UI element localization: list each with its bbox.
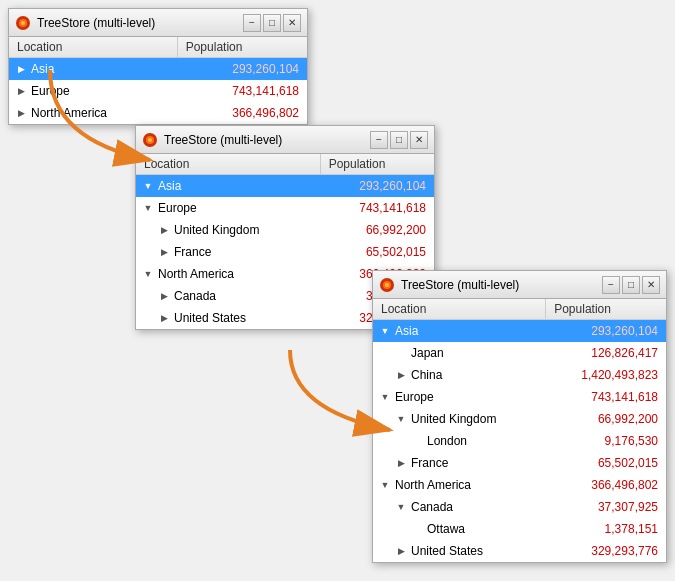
row-label: North America [158, 267, 234, 281]
expander-icon[interactable]: ▶ [13, 105, 29, 121]
row-label: Canada [174, 289, 216, 303]
expander-icon[interactable]: ▶ [156, 222, 172, 238]
expander-icon[interactable]: ▼ [140, 178, 156, 194]
svg-point-8 [385, 283, 389, 287]
app-icon-3 [379, 277, 395, 293]
table-row[interactable]: ▶France65,502,015 [373, 452, 666, 474]
expander-icon[interactable]: ▼ [140, 266, 156, 282]
table-row[interactable]: ▶United States329,293,776 [373, 540, 666, 562]
expander-icon[interactable]: ▶ [393, 543, 409, 559]
col-location-1: Location [9, 37, 177, 58]
row-population: 329,293,776 [546, 540, 666, 562]
table-row[interactable]: London9,176,530 [373, 430, 666, 452]
close-btn-2[interactable]: ✕ [410, 131, 428, 149]
row-population: 293,260,104 [546, 320, 666, 342]
table-row[interactable]: ▼North America366,496,802 [373, 474, 666, 496]
row-label: Europe [31, 84, 70, 98]
window-title-2: TreeStore (multi-level) [164, 133, 370, 147]
table-row[interactable]: ▼Canada37,307,925 [373, 496, 666, 518]
table-row[interactable]: ▶Asia293,260,104 [9, 58, 307, 80]
close-btn-3[interactable]: ✕ [642, 276, 660, 294]
row-label: London [427, 434, 467, 448]
close-btn-1[interactable]: ✕ [283, 14, 301, 32]
expander-icon[interactable]: ▼ [140, 200, 156, 216]
table-row[interactable]: ▶Europe743,141,618 [9, 80, 307, 102]
app-icon-1 [15, 15, 31, 31]
expander-icon[interactable]: ▼ [377, 477, 393, 493]
app-icon-2 [142, 132, 158, 148]
row-population: 293,260,104 [177, 58, 307, 80]
table-row[interactable]: ▼Asia293,260,104 [136, 175, 434, 197]
row-population: 65,502,015 [320, 241, 434, 263]
table-row[interactable]: Ottawa1,378,151 [373, 518, 666, 540]
minimize-btn-1[interactable]: − [243, 14, 261, 32]
row-label: Asia [158, 179, 181, 193]
row-label: North America [395, 478, 471, 492]
window-title-3: TreeStore (multi-level) [401, 278, 602, 292]
table-row[interactable]: ▼Europe743,141,618 [136, 197, 434, 219]
expander-icon[interactable]: ▶ [13, 83, 29, 99]
row-population: 37,307,925 [546, 496, 666, 518]
titlebar-2[interactable]: TreeStore (multi-level) − □ ✕ [136, 126, 434, 154]
tree-table-1: Location Population ▶Asia293,260,104▶Eur… [9, 37, 307, 124]
maximize-btn-1[interactable]: □ [263, 14, 281, 32]
row-label: United Kingdom [411, 412, 496, 426]
row-label: Europe [395, 390, 434, 404]
expander-icon[interactable]: ▼ [377, 323, 393, 339]
row-label: United Kingdom [174, 223, 259, 237]
row-label: France [174, 245, 211, 259]
window-1[interactable]: TreeStore (multi-level) − □ ✕ Location P… [8, 8, 308, 125]
expander-icon[interactable] [409, 521, 425, 537]
table-row[interactable]: ▼Europe743,141,618 [373, 386, 666, 408]
col-population-2: Population [320, 154, 434, 175]
minimize-btn-3[interactable]: − [602, 276, 620, 294]
row-label: Asia [31, 62, 54, 76]
expander-icon[interactable]: ▶ [156, 244, 172, 260]
window-3[interactable]: TreeStore (multi-level) − □ ✕ Location P… [372, 270, 667, 563]
expander-icon[interactable]: ▶ [13, 61, 29, 77]
table-row[interactable]: Japan126,826,417 [373, 342, 666, 364]
expander-icon[interactable]: ▼ [393, 411, 409, 427]
expander-icon[interactable]: ▶ [156, 288, 172, 304]
titlebar-buttons-2: − □ ✕ [370, 131, 428, 149]
maximize-btn-3[interactable]: □ [622, 276, 640, 294]
titlebar-buttons-3: − □ ✕ [602, 276, 660, 294]
expander-icon[interactable]: ▼ [377, 389, 393, 405]
row-label: United States [174, 311, 246, 325]
titlebar-buttons-1: − □ ✕ [243, 14, 301, 32]
row-label: Ottawa [427, 522, 465, 536]
row-label: Europe [158, 201, 197, 215]
row-population: 366,496,802 [177, 102, 307, 124]
row-population: 743,141,618 [546, 386, 666, 408]
expander-icon[interactable] [409, 433, 425, 449]
row-label: China [411, 368, 442, 382]
expander-icon[interactable]: ▶ [393, 367, 409, 383]
row-population: 9,176,530 [546, 430, 666, 452]
table-row[interactable]: ▶France65,502,015 [136, 241, 434, 263]
row-population: 293,260,104 [320, 175, 434, 197]
row-label: Canada [411, 500, 453, 514]
table-row[interactable]: ▶North America366,496,802 [9, 102, 307, 124]
table-row[interactable]: ▼Asia293,260,104 [373, 320, 666, 342]
expander-icon[interactable]: ▶ [393, 455, 409, 471]
maximize-btn-2[interactable]: □ [390, 131, 408, 149]
row-population: 366,496,802 [546, 474, 666, 496]
titlebar-1[interactable]: TreeStore (multi-level) − □ ✕ [9, 9, 307, 37]
table-row[interactable]: ▶China1,420,493,823 [373, 364, 666, 386]
expander-icon[interactable]: ▼ [393, 499, 409, 515]
row-population: 1,378,151 [546, 518, 666, 540]
window-title-1: TreeStore (multi-level) [37, 16, 243, 30]
minimize-btn-2[interactable]: − [370, 131, 388, 149]
col-location-3: Location [373, 299, 546, 320]
col-location-2: Location [136, 154, 320, 175]
table-row[interactable]: ▼United Kingdom66,992,200 [373, 408, 666, 430]
row-label: France [411, 456, 448, 470]
expander-icon[interactable]: ▶ [156, 310, 172, 326]
expander-icon[interactable] [393, 345, 409, 361]
titlebar-3[interactable]: TreeStore (multi-level) − □ ✕ [373, 271, 666, 299]
row-label: Asia [395, 324, 418, 338]
row-population: 743,141,618 [177, 80, 307, 102]
row-population: 66,992,200 [546, 408, 666, 430]
col-population-3: Population [546, 299, 666, 320]
table-row[interactable]: ▶United Kingdom66,992,200 [136, 219, 434, 241]
